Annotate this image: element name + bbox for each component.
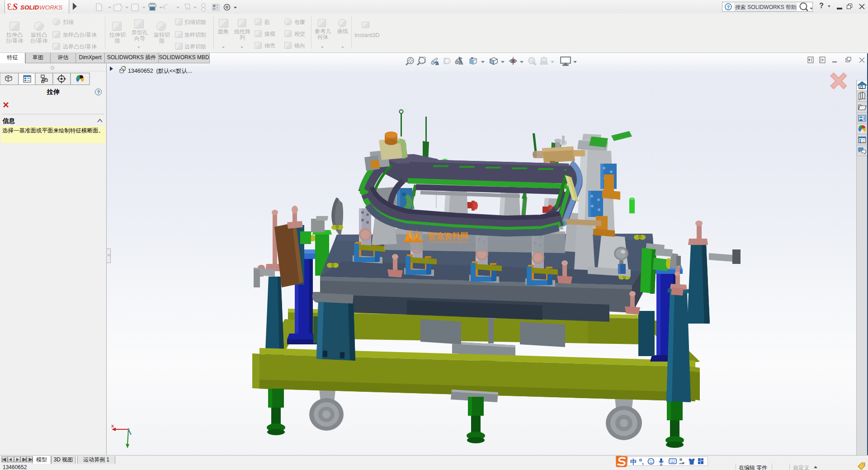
svg-text:智造资料网: 智造资料网 bbox=[427, 231, 468, 240]
svg-text:SOLID: SOLID bbox=[20, 4, 39, 11]
svg-text:中: 中 bbox=[630, 458, 637, 465]
svg-text:WORKS: WORKS bbox=[39, 4, 62, 11]
svg-text:INTELLIGENT MANUFACTURING DATA: INTELLIGENT MANUFACTURING DATA bbox=[428, 240, 470, 243]
svg-text:,: , bbox=[642, 458, 644, 465]
svg-text:?: ? bbox=[727, 5, 730, 10]
svg-text:搜索 SOLIDWORKS 帮助: 搜索 SOLIDWORKS 帮助 bbox=[735, 4, 797, 10]
svg-text:S: S bbox=[13, 2, 18, 12]
svg-text:3: 3 bbox=[7, 2, 12, 12]
